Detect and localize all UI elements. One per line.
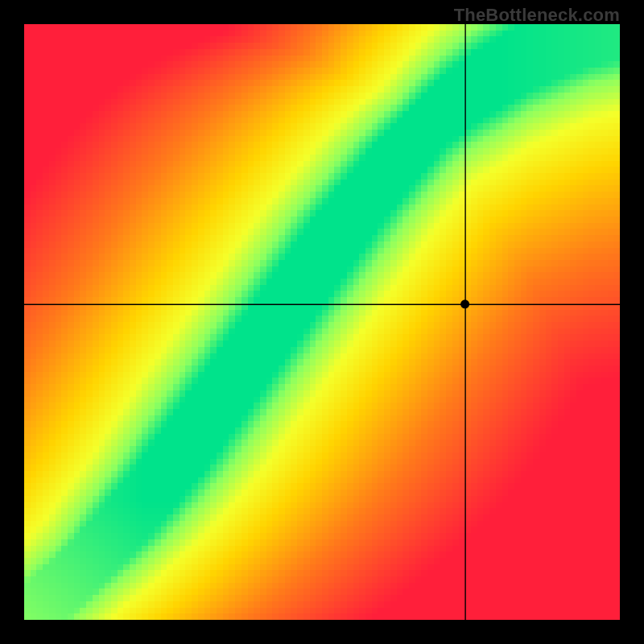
bottleneck-heatmap: [24, 24, 620, 620]
chart-frame: TheBottleneck.com: [0, 0, 644, 644]
watermark-text: TheBottleneck.com: [454, 5, 620, 26]
plot-area: [24, 24, 620, 620]
